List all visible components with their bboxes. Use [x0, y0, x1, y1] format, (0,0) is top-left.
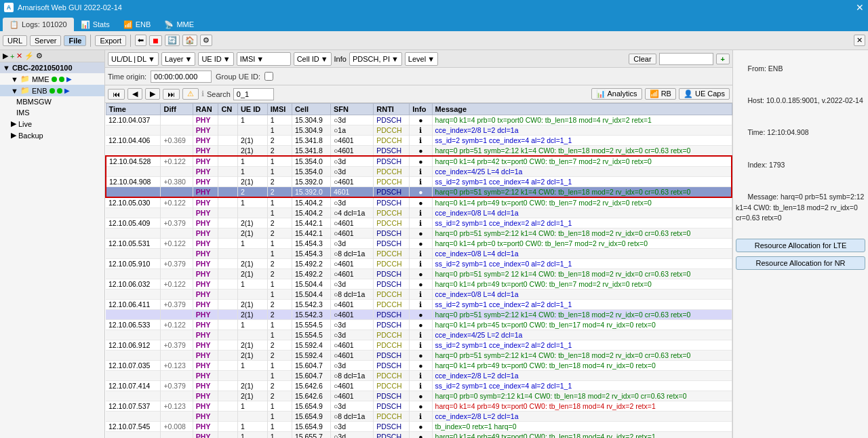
- nav-last-button[interactable]: ⏭: [163, 89, 180, 100]
- pdsch-dropdown[interactable]: PDSCH, PI ▼: [349, 52, 402, 66]
- col-message[interactable]: Message: [432, 104, 732, 115]
- home-button[interactable]: 🏠: [182, 35, 197, 46]
- level-dropdown[interactable]: Level ▼: [405, 52, 438, 66]
- rb-button[interactable]: 📶 RB: [645, 88, 676, 100]
- clear-button[interactable]: Clear: [629, 54, 656, 64]
- nav-next-button[interactable]: ▶: [145, 88, 160, 100]
- export-button[interactable]: Export: [95, 35, 126, 46]
- table-row[interactable]: PHY2(1)215.341.8○4601PDSCH●harq=0 prb=51…: [106, 146, 732, 157]
- table-row[interactable]: 12.10.06.533+0.122PHY1115.554.5○3dPDSCH●…: [106, 320, 732, 330]
- group-ue-checkbox[interactable]: [264, 72, 273, 81]
- level-input[interactable]: [659, 53, 713, 65]
- resource-nr-button[interactable]: Resource Allocation for NR: [736, 256, 865, 270]
- sidebar-item-live[interactable]: ▶ Live: [0, 118, 104, 130]
- ul-dl-dropdown[interactable]: UL/DL | DL ▼: [108, 52, 159, 66]
- table-row[interactable]: 12.10.07.545+0.008PHY1115.654.9○3dPDSCH●…: [106, 422, 732, 432]
- cell-diff: +0.122: [161, 239, 193, 249]
- ue-id-dropdown[interactable]: UE ID ▼: [198, 52, 233, 66]
- warning-button[interactable]: ⚠: [182, 88, 199, 100]
- add-filter-button[interactable]: +: [716, 54, 730, 64]
- table-row[interactable]: 12.10.05.531+0.122PHY1115.454.3○3dPDSCH●…: [106, 239, 732, 249]
- close-icon[interactable]: ✕: [856, 2, 864, 13]
- sidebar-item-ims[interactable]: IMS: [0, 107, 104, 118]
- sidebar-item-backup[interactable]: ▶ Backup: [0, 130, 104, 141]
- table-row[interactable]: PHY115.454.3○8 dcl=1aPDCCHℹcce_index=0/8…: [106, 249, 732, 259]
- table-row[interactable]: PHY2(1)215.592.4○4601PDSCH●harq=0 prb=51…: [106, 351, 732, 361]
- settings-button[interactable]: ⚙: [200, 35, 212, 46]
- resource-lte-button[interactable]: Resource Allocation for LTE: [736, 239, 865, 252]
- tab-enb[interactable]: 📶 ENB: [117, 18, 158, 31]
- refresh-button[interactable]: 🔄: [165, 35, 180, 46]
- table-row[interactable]: 12.10.05.409+0.379PHY2(1)215.442.1○4601P…: [106, 218, 732, 228]
- connect-icon[interactable]: ⚡: [24, 52, 34, 60]
- time-filter-bar: Time origin: Group UE ID:: [105, 68, 732, 85]
- table-row[interactable]: PHY115.504.4○8 dcl=1aPDCCHℹcce_index=0/8…: [106, 290, 732, 300]
- nav-back-button[interactable]: ⬅: [135, 35, 146, 46]
- add-icon[interactable]: +: [10, 52, 14, 60]
- ue-caps-button[interactable]: 👤 UE Caps: [679, 88, 730, 100]
- time-origin-input[interactable]: [151, 71, 212, 83]
- col-info[interactable]: Info: [410, 104, 432, 115]
- remove-icon[interactable]: ✕: [16, 52, 22, 60]
- table-row[interactable]: PHY2(1)215.492.2○4601PDSCH●harq=0 prb=51…: [106, 269, 732, 279]
- table-row[interactable]: 12.10.04.406+0.369PHY2(1)215.341.8○4601P…: [106, 136, 732, 146]
- table-row[interactable]: PHY1115.655.7○3dPDSCH●harq=0 k1=4 prb=49…: [106, 432, 732, 439]
- layer-dropdown[interactable]: Layer ▼: [161, 52, 195, 66]
- expand-icon[interactable]: ▶: [3, 52, 8, 60]
- cell-sfn: ○4601: [330, 351, 373, 361]
- stop-button[interactable]: ⏹: [149, 35, 162, 46]
- close-toolbar-button[interactable]: ✕: [854, 35, 865, 46]
- table-row[interactable]: 12.10.06.411+0.379PHY2(1)215.542.3○4601P…: [106, 300, 732, 310]
- table-row[interactable]: 12.10.04.908+0.380PHY2(1)215.392.0○4601P…: [106, 177, 732, 187]
- table-row[interactable]: PHY115.554.5○3dPDCCHℹcce_index=4/25 L=2 …: [106, 330, 732, 340]
- nav-first-button[interactable]: ⏮: [108, 89, 125, 100]
- file-button[interactable]: File: [64, 35, 86, 46]
- table-row[interactable]: 12.10.05.910+0.379PHY2(1)215.492.2○4601P…: [106, 259, 732, 269]
- col-rnti[interactable]: RNTI: [374, 104, 410, 115]
- table-row[interactable]: PHY2(1)215.642.6○4601PDSCH●harq=0 prb=0 …: [106, 391, 732, 401]
- col-ran[interactable]: RAN: [193, 104, 218, 115]
- config-icon[interactable]: ⚙: [36, 52, 43, 60]
- table-row[interactable]: 12.10.06.032+0.122PHY1115.504.4○3dPDSCH●…: [106, 279, 732, 290]
- table-row[interactable]: 12.10.07.537+0.123PHY1115.654.9○3dPDSCH●…: [106, 401, 732, 412]
- sidebar-item-mme[interactable]: ▼ 📁 MME ▶: [0, 73, 104, 85]
- cell-id-dropdown[interactable]: Cell ID ▼: [294, 52, 332, 66]
- table-row[interactable]: PHY115.654.9○8 dcl=1aPDCCHℹcce_index=2/8…: [106, 412, 732, 422]
- content-area: UL/DL | DL ▼ Layer ▼ UE ID ▼ IMSI ▼ Cell…: [105, 50, 732, 438]
- col-cn[interactable]: CN: [218, 104, 237, 115]
- tab-logs[interactable]: 📋 Logs: 101020: [3, 18, 74, 31]
- table-row[interactable]: PHY2(1)215.442.1○4601PDSCH●harq=0 prb=51…: [106, 228, 732, 239]
- table-row[interactable]: 12.10.04.037PHY1115.304.9○3dPDSCH●harq=0…: [106, 115, 732, 125]
- table-row[interactable]: PHY1115.354.0○3dPDCCHℹcce_index=4/25 L=4…: [106, 167, 732, 177]
- cell-ueid: 2(1): [237, 228, 267, 239]
- col-time[interactable]: Time: [106, 104, 161, 115]
- search-input[interactable]: [233, 88, 274, 100]
- col-sfn[interactable]: SFN: [330, 104, 373, 115]
- table-row[interactable]: 12.10.06.912+0.379PHY2(1)215.592.4○4601P…: [106, 340, 732, 351]
- col-cell[interactable]: Cell: [292, 104, 330, 115]
- table-row[interactable]: 12.10.04.528+0.122PHY1115.354.0○3dPDSCH●…: [106, 156, 732, 167]
- cell-cell: 15.392.0: [292, 187, 330, 198]
- table-row[interactable]: PHY115.304.9○1aPDCCHℹcce_index=2/8 L=2 d…: [106, 125, 732, 136]
- col-ueid[interactable]: UE ID: [237, 104, 267, 115]
- tab-stats[interactable]: 📊 Stats: [74, 18, 117, 31]
- col-imsi[interactable]: IMSI: [267, 104, 292, 115]
- table-row[interactable]: PHY2(1)215.542.3○4601PDSCH●harq=0 prb=51…: [106, 310, 732, 320]
- table-row[interactable]: 12.10.05.030+0.122PHY1115.404.2○3dPDSCH●…: [106, 197, 732, 208]
- table-row[interactable]: 12.10.07.035+0.123PHY1115.604.7○3dPDSCH●…: [106, 361, 732, 371]
- url-button[interactable]: URL: [3, 35, 27, 46]
- analytics-button[interactable]: 📊 Analytics: [591, 88, 642, 100]
- cell-imsi: 1: [267, 239, 292, 249]
- server-button[interactable]: Server: [30, 35, 61, 46]
- table-row[interactable]: PHY115.404.2○4 dcl=1aPDCCHℹcce_index=0/8…: [106, 208, 732, 218]
- table-row[interactable]: 12.10.07.414+0.379PHY2(1)215.642.6○4601P…: [106, 381, 732, 391]
- tab-mme[interactable]: 📡 MME: [157, 18, 201, 31]
- nav-prev-button[interactable]: ◀: [127, 88, 142, 100]
- sidebar-item-enb[interactable]: ▼ 📁 ENB ▶: [0, 85, 104, 96]
- imsi-dropdown[interactable]: IMSI ▼: [237, 52, 291, 66]
- sidebar-item-mbmsgw[interactable]: MBMSGW: [0, 96, 104, 107]
- col-diff[interactable]: Diff: [161, 104, 193, 115]
- table-row[interactable]: PHY115.604.7○8 dcl=1aPDCCHℹcce_index=2/8…: [106, 371, 732, 381]
- table-row[interactable]: PHY2215.392.04601PDSCH●harq=0 prb=51 sym…: [106, 187, 732, 198]
- cell-info: ●: [410, 351, 432, 361]
